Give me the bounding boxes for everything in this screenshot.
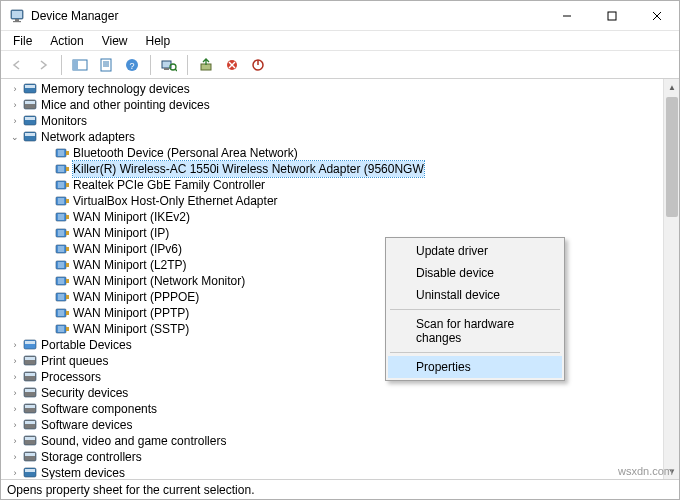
chevron-right-icon[interactable]: ›: [9, 337, 21, 353]
scroll-up-button[interactable]: ▲: [664, 79, 679, 95]
tree-item-icon: [54, 225, 70, 241]
svg-rect-70: [66, 263, 69, 267]
tree-category[interactable]: ›Monitors: [5, 113, 663, 129]
svg-rect-27: [25, 85, 35, 88]
chevron-right-icon[interactable]: ›: [9, 369, 21, 385]
tree-item-icon: [54, 273, 70, 289]
tree-item-label: Mice and other pointing devices: [41, 97, 210, 113]
tree-item-label: Storage controllers: [41, 449, 142, 465]
svg-rect-111: [25, 469, 35, 472]
tree-category[interactable]: ›Sound, video and game controllers: [5, 433, 663, 449]
statusbar: Opens property sheet for the current sel…: [1, 479, 679, 499]
minimize-button[interactable]: [544, 1, 589, 31]
chevron-right-icon[interactable]: ›: [9, 81, 21, 97]
svg-rect-9: [73, 60, 78, 70]
vertical-scrollbar[interactable]: ▲ ▼: [663, 79, 679, 479]
svg-rect-45: [66, 183, 69, 187]
tree-category[interactable]: ›Security devices: [5, 385, 663, 401]
svg-text:?: ?: [129, 60, 134, 70]
chevron-right-icon[interactable]: ›: [9, 465, 21, 479]
context-menu-item[interactable]: Disable device: [388, 262, 562, 284]
tree-item-icon: [22, 97, 38, 113]
tree-category[interactable]: ›Mice and other pointing devices: [5, 97, 663, 113]
tree-category[interactable]: ⌄Network adapters: [5, 129, 663, 145]
context-menu-item[interactable]: Uninstall device: [388, 284, 562, 306]
scan-hardware-button[interactable]: [157, 54, 181, 76]
svg-rect-90: [66, 327, 69, 331]
context-menu-item[interactable]: Scan for hardware changes: [388, 313, 562, 349]
svg-rect-60: [66, 231, 69, 235]
tree-item-label: WAN Miniport (Network Monitor): [73, 273, 245, 289]
show-hide-tree-button[interactable]: [68, 54, 92, 76]
properties-button[interactable]: [94, 54, 118, 76]
tree-device[interactable]: Killer(R) Wireless-AC 1550i Wireless Net…: [5, 161, 663, 177]
svg-rect-109: [25, 453, 35, 456]
context-menu-item[interactable]: Update driver: [388, 240, 562, 262]
close-button[interactable]: [634, 1, 679, 31]
svg-rect-97: [25, 357, 35, 360]
tree-category[interactable]: ›Software components: [5, 401, 663, 417]
tree-item-label: VirtualBox Host-Only Ethernet Adapter: [73, 193, 278, 209]
chevron-right-icon[interactable]: ›: [9, 449, 21, 465]
tree-item-icon: [22, 449, 38, 465]
tree-item-icon: [54, 193, 70, 209]
tree-item-icon: [22, 113, 38, 129]
tree-item-icon: [22, 337, 38, 353]
forward-button[interactable]: [31, 54, 55, 76]
menubar: File Action View Help: [1, 31, 679, 51]
svg-rect-101: [25, 389, 35, 392]
chevron-right-icon[interactable]: ›: [9, 385, 21, 401]
tree-area: ›Memory technology devices›Mice and othe…: [1, 79, 679, 479]
svg-rect-50: [66, 199, 69, 203]
svg-rect-17: [164, 68, 169, 70]
chevron-right-icon[interactable]: ›: [9, 401, 21, 417]
tree-item-label: Bluetooth Device (Personal Area Network): [73, 145, 298, 161]
tree-item-label: System devices: [41, 465, 125, 479]
chevron-right-icon[interactable]: ›: [9, 353, 21, 369]
device-manager-window: Device Manager File Action View Help: [0, 0, 680, 500]
tree-item-label: Realtek PCIe GbE Family Controller: [73, 177, 265, 193]
context-menu-item[interactable]: Properties: [388, 356, 562, 378]
tree-item-icon: [54, 209, 70, 225]
menu-action[interactable]: Action: [42, 32, 91, 50]
tree-device[interactable]: VirtualBox Host-Only Ethernet Adapter: [5, 193, 663, 209]
tree-item-label: WAN Miniport (L2TP): [73, 257, 187, 273]
chevron-right-icon[interactable]: ›: [9, 417, 21, 433]
menu-file[interactable]: File: [5, 32, 40, 50]
tree-item-icon: [22, 353, 38, 369]
toolbar-separator: [150, 55, 151, 75]
tree-item-icon: [54, 161, 70, 177]
tree-category[interactable]: ›Memory technology devices: [5, 81, 663, 97]
svg-rect-31: [25, 117, 35, 120]
tree-item-icon: [22, 369, 38, 385]
maximize-button[interactable]: [589, 1, 634, 31]
update-driver-toolbar-button[interactable]: [194, 54, 218, 76]
toolbar-separator: [187, 55, 188, 75]
chevron-right-icon[interactable]: ›: [9, 113, 21, 129]
window-title: Device Manager: [31, 9, 118, 23]
disable-toolbar-button[interactable]: [246, 54, 270, 76]
tree-category[interactable]: ›Storage controllers: [5, 449, 663, 465]
tree-device[interactable]: Bluetooth Device (Personal Area Network): [5, 145, 663, 161]
chevron-down-icon[interactable]: ⌄: [9, 129, 21, 145]
app-icon: [9, 8, 25, 24]
watermark: wsxdn.com: [618, 465, 673, 477]
tree-category[interactable]: ›System devices: [5, 465, 663, 479]
tree-category[interactable]: ›Software devices: [5, 417, 663, 433]
status-text: Opens property sheet for the current sel…: [7, 483, 254, 497]
svg-rect-2: [15, 19, 19, 21]
back-button[interactable]: [5, 54, 29, 76]
tree-device[interactable]: Realtek PCIe GbE Family Controller: [5, 177, 663, 193]
tree-item-icon: [54, 305, 70, 321]
chevron-right-icon[interactable]: ›: [9, 97, 21, 113]
help-button[interactable]: ?: [120, 54, 144, 76]
uninstall-toolbar-button[interactable]: [220, 54, 244, 76]
tree-device[interactable]: WAN Miniport (IKEv2): [5, 209, 663, 225]
scroll-thumb[interactable]: [666, 97, 678, 217]
tree-item-icon: [22, 417, 38, 433]
menu-view[interactable]: View: [94, 32, 136, 50]
tree-item-label: WAN Miniport (IP): [73, 225, 169, 241]
svg-rect-35: [66, 151, 69, 155]
menu-help[interactable]: Help: [138, 32, 179, 50]
chevron-right-icon[interactable]: ›: [9, 433, 21, 449]
